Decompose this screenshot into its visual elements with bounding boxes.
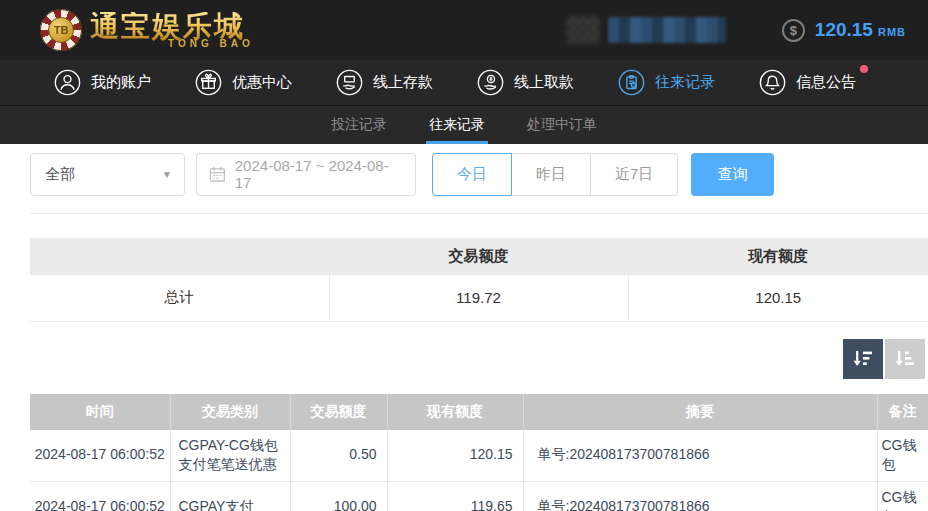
sort-buttons: [0, 339, 925, 379]
censored-username: [608, 17, 726, 43]
nav-item-label: 往来记录: [655, 73, 715, 92]
top-header: TB 通宝娱乐城 TONG BAO $ 120.15 RMB: [0, 0, 928, 60]
summary-header-row: 交易额度 现有额度: [30, 238, 928, 275]
records-header-amount: 交易额度: [290, 394, 387, 430]
records-icon: [618, 69, 645, 96]
notification-dot: [860, 65, 868, 73]
main-nav: 我的账户 优惠中心 线上存款 线上取款 往来记录: [0, 60, 928, 106]
records-header-balance: 现有额度: [387, 394, 523, 430]
summary-header-empty: [30, 238, 329, 275]
nav-item-label: 线上存款: [373, 73, 433, 92]
nav-item-my-account[interactable]: 我的账户: [54, 69, 151, 96]
sort-descending-icon: [851, 347, 875, 371]
chip-label: TB: [48, 17, 74, 43]
subtab-bar: 投注记录 往来记录 处理中订单: [0, 106, 928, 144]
nav-item-label: 信息公告: [796, 73, 856, 92]
page: { "header": { "logo": { "chip_text": "TB…: [0, 0, 928, 511]
type-select-value: 全部: [45, 165, 75, 184]
sort-descending-button[interactable]: [843, 339, 883, 379]
records-header-remark: 备注: [877, 394, 928, 430]
record-balance: 119.65: [387, 481, 523, 511]
bell-icon: [759, 69, 786, 96]
last-7-days-button[interactable]: 近7日: [590, 153, 678, 196]
withdraw-icon: [477, 69, 504, 96]
summary-header-transaction-amount: 交易额度: [329, 238, 628, 275]
account-area: $ 120.15 RMB: [566, 16, 906, 44]
filter-row: 全部 ▼ 2024-08-17 ~ 2024-08-17 今日 昨日 近7日 查…: [0, 144, 928, 196]
calendar-icon: [209, 166, 226, 183]
balance-currency: RMB: [878, 26, 906, 38]
nav-item-label: 优惠中心: [232, 73, 292, 92]
summary-header-current-balance: 现有额度: [628, 238, 928, 275]
nav-item-announcements[interactable]: 信息公告: [759, 69, 856, 96]
records-header-type: 交易类别: [170, 394, 290, 430]
records-header-summary: 摘要: [523, 394, 877, 430]
nav-item-label: 线上取款: [514, 73, 574, 92]
type-select[interactable]: 全部 ▼: [30, 153, 185, 196]
record-summary: 单号:202408173700781866: [523, 430, 877, 482]
summary-current-balance: 120.15: [628, 275, 928, 321]
today-button[interactable]: 今日: [432, 153, 512, 196]
balance-amount: 120.15: [815, 19, 873, 41]
deposit-icon: [336, 69, 363, 96]
chevron-down-icon: ▼: [162, 169, 172, 180]
brand-subtitle: TONG BAO: [168, 39, 254, 49]
summary-table: 交易额度 现有额度 总计 119.72 120.15: [30, 238, 928, 322]
record-remark: CG钱包: [877, 430, 928, 482]
nav-item-deposit[interactable]: 线上存款: [336, 69, 433, 96]
date-range-input[interactable]: 2024-08-17 ~ 2024-08-17: [196, 153, 416, 196]
summary-total-label: 总计: [30, 275, 329, 321]
casino-chip-icon: TB: [40, 9, 82, 51]
query-button[interactable]: 查询: [691, 153, 774, 196]
brand-text: 通宝娱乐城 TONG BAO: [90, 12, 254, 49]
nav-item-label: 我的账户: [91, 73, 151, 92]
record-time: 2024-08-17 06:00:52: [30, 481, 170, 511]
record-amount: 0.50: [290, 430, 387, 482]
censored-avatar: [566, 16, 600, 44]
coin-icon: $: [782, 19, 805, 42]
record-row: 2024-08-17 06:00:52 CGPAY-CG钱包支付笔笔送优惠 0.…: [30, 430, 928, 482]
date-range-value: 2024-08-17 ~ 2024-08-17: [235, 157, 403, 191]
record-amount: 100.00: [290, 481, 387, 511]
tab-betting-records[interactable]: 投注记录: [328, 106, 390, 144]
tab-transaction-records[interactable]: 往来记录: [426, 106, 488, 144]
records-table: 时间 交易类别 交易额度 现有额度 摘要 备注 2024-08-17 06:00…: [30, 394, 928, 511]
yesterday-button[interactable]: 昨日: [511, 153, 591, 196]
record-row: 2024-08-17 06:00:52 CGPAY支付 100.00 119.6…: [30, 481, 928, 511]
summary-transaction-amount: 119.72: [329, 275, 628, 321]
records-header-time: 时间: [30, 394, 170, 430]
section-divider: [30, 213, 928, 214]
brand-logo[interactable]: TB 通宝娱乐城 TONG BAO: [40, 9, 254, 51]
nav-item-withdraw[interactable]: 线上取款: [477, 69, 574, 96]
record-balance: 120.15: [387, 430, 523, 482]
user-icon: [54, 69, 81, 96]
quick-date-group: 今日 昨日 近7日: [432, 153, 678, 196]
records-header-row: 时间 交易类别 交易额度 现有额度 摘要 备注: [30, 394, 928, 430]
record-summary: 单号:202408173700781866: [523, 481, 877, 511]
record-time: 2024-08-17 06:00:52: [30, 430, 170, 482]
nav-item-promotions[interactable]: 优惠中心: [195, 69, 292, 96]
record-type: CGPAY-CG钱包支付笔笔送优惠: [170, 430, 290, 482]
nav-item-transaction-records[interactable]: 往来记录: [618, 69, 715, 96]
record-type: CGPAY支付: [170, 481, 290, 511]
sort-ascending-button[interactable]: [885, 339, 925, 379]
brand-name: 通宝娱乐城: [90, 12, 254, 41]
summary-total-row: 总计 119.72 120.15: [30, 275, 928, 321]
sort-ascending-icon: [893, 347, 917, 371]
tab-pending-orders[interactable]: 处理中订单: [524, 106, 600, 144]
gift-icon: [195, 69, 222, 96]
record-remark: CG钱包: [877, 481, 928, 511]
